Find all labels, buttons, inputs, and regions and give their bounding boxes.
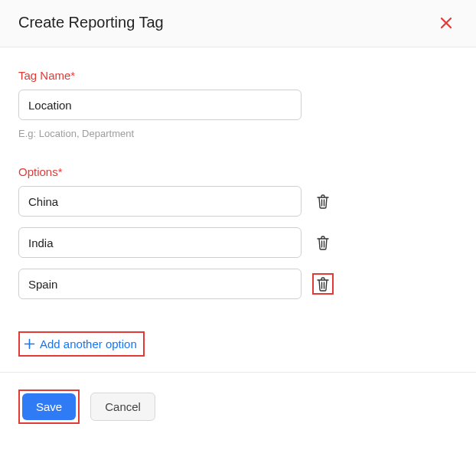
options-label: Options* bbox=[18, 165, 458, 178]
save-button[interactable]: Save bbox=[22, 393, 76, 420]
option-row bbox=[18, 227, 458, 258]
modal-header: Create Reporting Tag bbox=[0, 0, 476, 47]
options-section: Options* bbox=[18, 165, 458, 357]
option-input[interactable] bbox=[18, 186, 302, 217]
option-row bbox=[18, 269, 458, 299]
trash-icon bbox=[316, 194, 330, 209]
tag-name-input[interactable] bbox=[18, 90, 302, 120]
option-row bbox=[18, 186, 458, 217]
delete-option-button[interactable] bbox=[312, 273, 334, 295]
add-option-label: Add another option bbox=[40, 337, 137, 350]
tag-name-label: Tag Name* bbox=[18, 69, 458, 82]
modal-footer: Save Cancel bbox=[0, 372, 476, 441]
trash-icon bbox=[316, 235, 330, 250]
save-highlight: Save bbox=[18, 389, 80, 424]
modal-title: Create Reporting Tag bbox=[18, 14, 164, 31]
delete-option-button[interactable] bbox=[312, 232, 334, 253]
plus-icon bbox=[23, 338, 35, 350]
tag-name-hint: E.g: Location, Department bbox=[18, 128, 458, 139]
option-input[interactable] bbox=[18, 269, 302, 299]
trash-icon bbox=[316, 276, 330, 292]
modal-body: Tag Name* E.g: Location, Department Opti… bbox=[0, 47, 476, 372]
add-option-button[interactable]: Add another option bbox=[18, 331, 145, 357]
close-icon[interactable] bbox=[439, 16, 453, 30]
option-input[interactable] bbox=[18, 227, 302, 258]
delete-option-button[interactable] bbox=[312, 191, 334, 212]
cancel-button[interactable]: Cancel bbox=[90, 393, 155, 421]
create-reporting-tag-modal: Create Reporting Tag Tag Name* E.g: Loca… bbox=[0, 0, 476, 441]
